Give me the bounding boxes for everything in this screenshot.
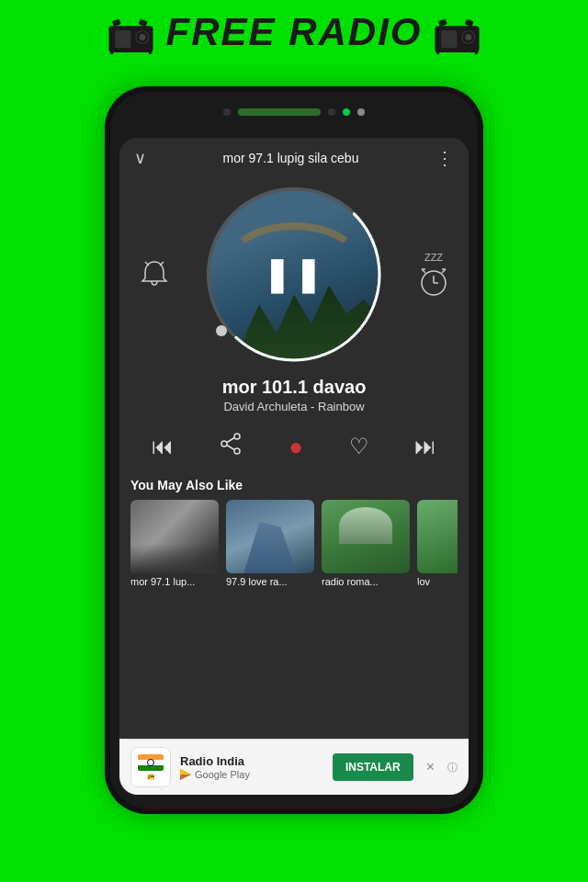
status-dot-4 (357, 108, 365, 116)
suggestions-row: mor 97.1 lup... 97.9 love ra... (130, 500, 458, 587)
suggestion-thumb-3 (322, 500, 410, 573)
ad-subtitle: Google Play (180, 769, 323, 780)
status-dot-3 (343, 108, 350, 116)
player-middle: ❚❚ ZZZ (138, 187, 450, 362)
ad-banner: 📻 Radio India Google Play INSTALAR × ⓘ (119, 739, 469, 795)
header-title: FREE RADIO (165, 10, 422, 54)
progress-dot (216, 325, 227, 336)
player-area: ❚❚ ZZZ mo (119, 178, 469, 421)
share-button[interactable] (219, 432, 243, 461)
suggestion-item-2[interactable]: 97.9 love ra... (226, 500, 314, 587)
track-info: mor 101.1 davao David Archuleta - Rainbo… (222, 377, 367, 413)
suggestion-label-1: mor 97.1 lup... (130, 576, 219, 587)
status-dot-1 (223, 108, 231, 116)
circle-player[interactable]: ❚❚ (207, 187, 381, 362)
track-station-label: mor 101.1 davao (222, 377, 367, 398)
suggestions-section: You May Also Like mor 97.1 lup... (119, 472, 469, 739)
svg-rect-9 (441, 30, 457, 48)
current-station-label: mor 97.1 lupig sila cebu (223, 151, 359, 165)
ad-text: Radio India Google Play (180, 754, 323, 780)
phone-top-bar (110, 108, 478, 116)
ad-sub-text: Google Play (195, 769, 250, 780)
track-song-label: David Archuleta - Rainbow (222, 400, 367, 413)
more-options-button[interactable]: ⋮ (435, 147, 454, 169)
ad-title: Radio India (180, 754, 323, 768)
suggestion-thumb-4 (417, 500, 458, 573)
svg-rect-7 (110, 50, 113, 55)
app-topbar: ∨ mor 97.1 lupig sila cebu ⋮ (119, 138, 469, 178)
svg-point-11 (465, 34, 471, 40)
ad-close-button[interactable]: × (423, 759, 438, 775)
install-button[interactable]: INSTALAR (333, 753, 413, 781)
ad-icon: 📻 (130, 747, 171, 787)
svg-point-27 (234, 434, 240, 439)
suggestion-item-3[interactable]: radio roma... (322, 500, 410, 587)
svg-point-28 (221, 441, 227, 447)
suggestion-item-4[interactable]: lov (417, 500, 458, 587)
svg-rect-12 (437, 18, 447, 27)
sleep-timer-icon[interactable]: ZZZ (417, 252, 450, 298)
suggestion-label-2: 97.9 love ra... (226, 576, 314, 587)
svg-rect-4 (112, 18, 121, 27)
play-store-icon (180, 769, 191, 780)
svg-line-31 (227, 446, 234, 450)
header: FREE RADIO (0, 9, 588, 55)
zzz-label: ZZZ (424, 252, 443, 263)
suggestion-label-4: lov (417, 576, 458, 587)
phone-frame: ∨ mor 97.1 lupig sila cebu ⋮ (110, 92, 478, 808)
svg-rect-15 (435, 50, 438, 55)
radio-icon-left (106, 9, 156, 55)
svg-rect-14 (474, 50, 477, 55)
favorite-button[interactable]: ♡ (349, 434, 369, 459)
status-dot-2 (328, 108, 335, 116)
playback-controls: ⏮ ● ♡ ⏭ (119, 421, 469, 472)
chevron-down-button[interactable]: ∨ (134, 148, 146, 168)
radio-icon-right (432, 9, 482, 55)
suggestions-title: You May Also Like (130, 478, 458, 492)
suggestion-thumb-1 (130, 500, 219, 573)
rewind-button[interactable]: ⏮ (152, 434, 174, 459)
phone-screen: ∨ mor 97.1 lupig sila cebu ⋮ (119, 138, 469, 795)
ad-info-button[interactable]: ⓘ (447, 761, 458, 775)
svg-rect-6 (149, 50, 152, 55)
record-button[interactable]: ● (288, 433, 303, 461)
status-pill (238, 108, 321, 116)
svg-rect-5 (139, 19, 148, 28)
forward-button[interactable]: ⏭ (414, 434, 436, 459)
notification-icon[interactable] (138, 258, 171, 291)
suggestion-thumb-2 (226, 500, 314, 573)
pause-button[interactable]: ❚❚ (263, 255, 325, 294)
svg-point-3 (140, 34, 146, 40)
svg-point-29 (234, 448, 240, 454)
svg-line-30 (227, 438, 234, 443)
suggestion-item-1[interactable]: mor 97.1 lup... (130, 500, 219, 587)
svg-marker-35 (180, 769, 191, 775)
svg-rect-1 (116, 30, 131, 48)
suggestion-label-3: radio roma... (322, 576, 410, 587)
india-flag (138, 754, 164, 771)
svg-rect-13 (464, 19, 473, 28)
